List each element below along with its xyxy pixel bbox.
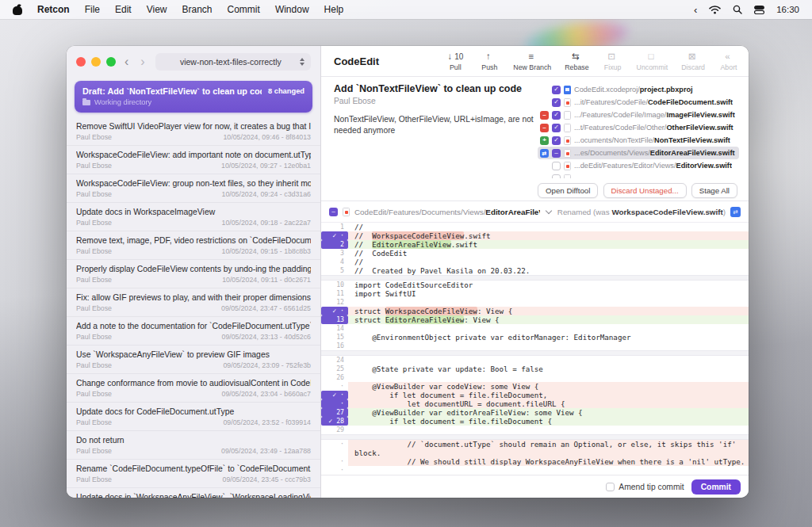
file-checkbox[interactable]: ✓ xyxy=(552,136,561,145)
file-row[interactable] xyxy=(538,172,739,178)
diff-line-gutter[interactable]: 24 xyxy=(321,356,348,365)
file-row[interactable]: ✓ ...it/Features/CodeFile/CodeFileDocume… xyxy=(538,96,739,109)
diff-line[interactable]: 14 xyxy=(321,324,749,333)
toolbar-button[interactable]: ⇆ Rebase xyxy=(565,51,588,71)
toolbar-button[interactable]: « Abort xyxy=(718,51,739,71)
diff-line-gutter[interactable]: · xyxy=(321,382,348,391)
file-checkbox[interactable]: – xyxy=(552,149,561,158)
diff-line-gutter[interactable]: ✓ · xyxy=(321,391,348,399)
draft-commit-card[interactable]: Draft: Add `NonTextFileView` to clean up… xyxy=(75,81,312,113)
commit-list-item[interactable]: Remove SwiftUI VideoPlayer view for now,… xyxy=(67,117,320,146)
diff-line-gutter[interactable]: 29 xyxy=(321,426,348,434)
diff-line[interactable]: 4// xyxy=(321,258,749,266)
diff-line[interactable]: · // `document.utType` should remain an … xyxy=(321,440,749,457)
diff-line[interactable]: 3// CodeEdit xyxy=(321,249,749,258)
commit-list-item[interactable]: Do not return Paul Ebose 09/05/2024, 23:… xyxy=(67,431,320,460)
diff-line[interactable]: 2// EditorAreaFileView.swift xyxy=(321,240,749,249)
menu-item[interactable]: File xyxy=(85,4,100,15)
stage-all-button[interactable]: Stage All xyxy=(691,183,737,198)
amend-checkbox[interactable] xyxy=(606,483,615,491)
menu-item[interactable]: Commit xyxy=(228,4,260,15)
forward-chevron-icon[interactable]: › xyxy=(137,55,147,68)
open-difftool-button[interactable]: Open Difftool xyxy=(538,183,598,198)
close-window-button[interactable] xyxy=(76,57,86,67)
file-checkbox[interactable] xyxy=(552,162,561,170)
diff-line-gutter[interactable]: 3 xyxy=(321,249,348,258)
toolbar-button[interactable]: ↑ Push xyxy=(479,51,500,71)
file-checkbox[interactable]: ✓ xyxy=(552,111,561,120)
toolbar-button[interactable]: ↓10 Pull xyxy=(445,51,465,71)
menu-item[interactable]: Window xyxy=(275,4,309,15)
diff-line-gutter[interactable]: 11 xyxy=(321,289,348,298)
diff-line[interactable]: 26 xyxy=(321,373,749,382)
commit-list-item[interactable]: Remove text, image, PDF, video restricti… xyxy=(67,231,320,260)
apple-menu-icon[interactable] xyxy=(13,4,22,15)
diff-line[interactable]: 12 xyxy=(321,298,749,307)
app-menu[interactable]: Retcon xyxy=(37,4,70,15)
file-row[interactable]: ✓ CodeEdit.xcodeproj/project.pbxproj xyxy=(538,83,739,96)
diff-file-path[interactable]: CodeEdit/Features/Documents/Views/Editor… xyxy=(354,208,540,216)
commit-list-item[interactable]: Update docs in WorkspaceImageView Paul E… xyxy=(67,203,320,231)
diff-line-gutter[interactable]: 10 xyxy=(321,281,348,289)
diff-line[interactable]: · // We should still display WorkspaceAn… xyxy=(321,457,749,466)
diff-line[interactable]: ✓ · if let document = file.fileDocument, xyxy=(321,391,749,399)
diff-line[interactable]: ✓ ·struct WorkspaceCodeFileView: View { xyxy=(321,307,749,315)
diff-line-gutter[interactable]: 4 xyxy=(321,258,348,266)
file-row[interactable]: ⇄ – ...es/Documents/Views/EditorAreaFile… xyxy=(538,147,739,159)
diff-line-gutter[interactable]: 26 xyxy=(321,373,348,382)
diff-line-gutter[interactable]: 16 xyxy=(321,342,348,350)
diff-line[interactable]: 27 @ViewBuilder var editorAreaFileView: … xyxy=(321,408,749,417)
toolbar-button[interactable]: ⊡ Fixup xyxy=(603,51,623,71)
diff-line-gutter[interactable]: ✓ 28 xyxy=(321,417,348,426)
diff-line[interactable]: · xyxy=(321,466,749,475)
diff-line[interactable]: 25 @State private var update: Bool = fal… xyxy=(321,365,749,373)
toolbar-button[interactable]: ≡ New Branch xyxy=(513,51,551,71)
commit-list-item[interactable]: Use `WorkspaceAnyFileView` to preview GI… xyxy=(67,346,320,374)
wifi-icon[interactable] xyxy=(709,6,721,14)
commit-list-item[interactable]: Update docs for CodeFileDocument.utType … xyxy=(67,403,320,431)
diff-file-checkbox[interactable]: – xyxy=(329,208,338,216)
chevron-down-icon[interactable] xyxy=(546,208,552,214)
file-row[interactable]: – ✓ .../Features/CodeFile/Image/ImageFil… xyxy=(538,109,739,121)
file-checkbox[interactable]: ✓ xyxy=(552,86,561,94)
branch-selector[interactable]: view-non-text-files-correctly xyxy=(155,53,311,71)
diff-line-gutter[interactable]: 25 xyxy=(321,365,348,373)
toolbar-button[interactable]: □ Uncommit xyxy=(637,51,668,71)
chevron-left-icon[interactable]: ‹ xyxy=(694,4,697,16)
file-row[interactable]: ...deEdit/Features/Editor/Views/EditorVi… xyxy=(538,159,739,172)
diff-line-gutter[interactable]: ✓ · xyxy=(321,307,348,315)
diff-line-gutter[interactable]: 27 xyxy=(321,408,348,417)
commit-list-item[interactable]: Change conformance from movie to audiovi… xyxy=(67,374,320,403)
search-icon[interactable] xyxy=(733,5,742,14)
file-checkbox[interactable]: ✓ xyxy=(552,124,561,132)
diff-line[interactable]: ✓ ·// WorkspaceCodeFileView.swift xyxy=(321,231,749,240)
diff-line-gutter[interactable]: · xyxy=(321,457,348,466)
diff-line-gutter[interactable]: 5 xyxy=(321,266,348,275)
minimize-window-button[interactable] xyxy=(91,57,101,67)
diff-line-gutter[interactable]: 2 xyxy=(321,240,348,249)
menu-item[interactable]: Edit xyxy=(115,4,132,15)
toolbar-button[interactable]: ⊠ Discard xyxy=(681,51,705,71)
diff-line[interactable]: 10import CodeEditSourceEditor xyxy=(321,281,749,289)
commit-list-item[interactable]: Rename `CodeFileDocument.typeOfFile` to … xyxy=(67,460,320,488)
diff-line-gutter[interactable]: · xyxy=(321,399,348,408)
diff-line-gutter[interactable]: · xyxy=(321,440,348,457)
menu-item[interactable]: View xyxy=(147,4,167,15)
diff-line[interactable]: · @ViewBuilder var codeView: some View { xyxy=(321,382,749,391)
diff-line-gutter[interactable]: · xyxy=(321,466,348,475)
commit-list-item[interactable]: Add a note to the documentation for `Cod… xyxy=(67,317,320,346)
diff-line-gutter[interactable]: 12 xyxy=(321,298,348,307)
diff-line[interactable]: 11import SwiftUI xyxy=(321,289,749,298)
commit-list-item[interactable]: Fix: allow GIF previews to play, and wit… xyxy=(67,288,320,317)
commit-list-item[interactable]: Update docs in `WorkspaceAnyFileView`, `… xyxy=(67,488,320,498)
diff-line[interactable]: ✓ 28 if let document = file.fileDocument… xyxy=(321,417,749,426)
diff-line[interactable]: 24 xyxy=(321,356,749,365)
menu-item[interactable]: Branch xyxy=(182,4,213,15)
diff-line[interactable]: 13struct EditorAreaFileView: View { xyxy=(321,315,749,324)
diff-line[interactable]: · let documentURL = document.fileURL { xyxy=(321,399,749,408)
commit-list-item[interactable]: Properly display CodeFileView contents b… xyxy=(67,260,320,288)
diff-line-gutter[interactable]: ✓ · xyxy=(321,231,348,240)
file-checkbox[interactable]: ✓ xyxy=(552,98,561,107)
diff-line[interactable]: 16 xyxy=(321,342,749,350)
diff-line[interactable]: 5// Created by Pavel Kasila on 20.03.22. xyxy=(321,266,749,275)
